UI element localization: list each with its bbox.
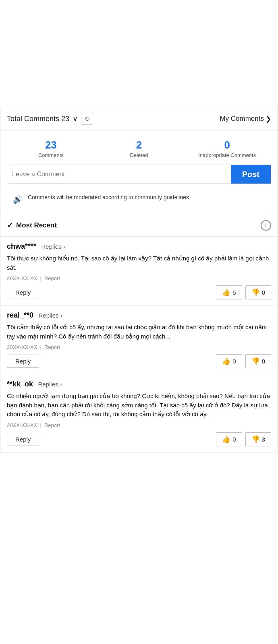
comment-text: Tôi cảm thấy có lỗi với cô ấy, nhưng tại…	[7, 323, 271, 341]
refresh-icon[interactable]: ↻	[81, 113, 93, 125]
like-button[interactable]: 👍 0	[216, 432, 242, 446]
comment-text: Tôi thực sự không hiểu nó. Tại sao cô ấy…	[7, 254, 271, 272]
comment-username: real_**0	[7, 311, 33, 319]
sort-label[interactable]: ✓ Most Recent	[7, 221, 57, 230]
inappropriate-label: Inappropriate Comments	[183, 152, 271, 158]
comment-header: **kk_ok Replies ›	[7, 380, 271, 388]
comment-block: **kk_ok Replies › Có nhiều người lạm dụn…	[0, 374, 278, 452]
chevron-down-icon[interactable]: ∨	[73, 114, 78, 123]
report-link[interactable]: Report	[44, 422, 60, 428]
my-comments-button[interactable]: My Comments ❯	[220, 115, 271, 123]
post-button[interactable]: Post	[231, 165, 271, 184]
comment-meta: 20XX-XX-XX | Report	[7, 275, 271, 281]
info-icon[interactable]: i	[261, 220, 271, 231]
comment-input[interactable]	[7, 165, 231, 184]
dislike-button[interactable]: 👎 0	[245, 354, 271, 368]
top-spacer	[0, 0, 278, 107]
comment-username: chwa****	[7, 242, 36, 250]
comment-actions: Reply 👍 0 👎 3	[7, 432, 271, 452]
thumbs-down-icon: 👎	[251, 288, 260, 297]
like-button[interactable]: 👍 0	[216, 354, 242, 368]
total-comments-text[interactable]: Total Comments 23	[7, 115, 69, 123]
inappropriate-count: 0	[183, 139, 271, 151]
comments-count: 23	[7, 139, 95, 151]
reply-button[interactable]: Reply	[7, 355, 39, 368]
comments-label: Comments	[7, 152, 95, 158]
moderation-notice: 🔊 Comments will be moderated according t…	[7, 189, 271, 209]
report-link[interactable]: Report	[44, 275, 60, 281]
sort-label-text: Most Recent	[16, 221, 57, 229]
vote-group: 👍 0 👎 3	[216, 432, 271, 446]
stats-row: 23 Comments 2 Deleted 0 Inappropriate Co…	[0, 131, 278, 165]
dislike-button[interactable]: 👎 0	[245, 285, 271, 299]
like-count: 0	[232, 436, 236, 443]
moderation-text: Comments will be moderated according to …	[28, 194, 189, 200]
vote-group: 👍 0 👎 0	[216, 354, 271, 368]
dislike-count: 3	[262, 436, 265, 443]
replies-link[interactable]: Replies ›	[41, 243, 65, 250]
stat-inappropriate: 0 Inappropriate Comments	[183, 139, 271, 158]
deleted-label: Deleted	[95, 152, 183, 158]
comment-meta: 20XX-XX-XX | Report	[7, 422, 271, 428]
header-left: Total Comments 23 ∨ ↻	[7, 113, 93, 125]
replies-link[interactable]: Replies ›	[38, 381, 62, 388]
comment-block: chwa**** Replies › Tôi thực sự không hiể…	[0, 236, 278, 305]
stat-comments: 23 Comments	[7, 139, 95, 158]
thumbs-up-icon: 👍	[222, 288, 230, 297]
comment-input-row: Post	[7, 165, 271, 184]
comment-date: 20XX-XX-XX	[7, 275, 37, 281]
comment-text: Có nhiều người lạm dụng bạn gái của họ k…	[7, 392, 271, 419]
speaker-icon: 🔊	[13, 194, 23, 204]
comment-meta: 20XX-XX-XX | Report	[7, 344, 271, 350]
comment-actions: Reply 👍 0 👎 0	[7, 354, 271, 374]
replies-link[interactable]: Replies ›	[39, 312, 62, 319]
comment-actions: Reply 👍 5 👎 0	[7, 285, 271, 305]
comment-header: real_**0 Replies ›	[7, 311, 271, 320]
comment-block: real_**0 Replies › Tôi cảm thấy có lỗi v…	[0, 305, 278, 374]
chevron-right-icon: ❯	[266, 115, 271, 123]
report-link[interactable]: Report	[44, 344, 60, 350]
comments-header: Total Comments 23 ∨ ↻ My Comments ❯	[0, 107, 278, 131]
comment-date: 20XX-XX-XX	[7, 422, 37, 428]
dislike-button[interactable]: 👎 3	[245, 432, 271, 446]
like-button[interactable]: 👍 5	[216, 285, 242, 299]
reply-button[interactable]: Reply	[7, 433, 39, 446]
comments-container: Total Comments 23 ∨ ↻ My Comments ❯ 23 C…	[0, 107, 278, 452]
deleted-count: 2	[95, 139, 183, 151]
thumbs-down-icon: 👎	[251, 357, 260, 365]
vote-group: 👍 5 👎 0	[216, 285, 271, 299]
thumbs-up-icon: 👍	[222, 357, 230, 365]
dislike-count: 0	[262, 289, 265, 296]
checkmark-icon: ✓	[7, 221, 13, 230]
stat-deleted: 2 Deleted	[95, 139, 183, 158]
reply-button[interactable]: Reply	[7, 286, 39, 299]
comment-date: 20XX-XX-XX	[7, 344, 37, 350]
comment-username: **kk_ok	[7, 380, 33, 388]
like-count: 0	[232, 358, 236, 365]
sort-row: ✓ Most Recent i	[0, 216, 278, 236]
like-count: 5	[232, 289, 236, 296]
comment-header: chwa**** Replies ›	[7, 242, 271, 251]
thumbs-up-icon: 👍	[222, 435, 230, 444]
dislike-count: 0	[262, 358, 265, 365]
my-comments-label: My Comments	[220, 115, 264, 123]
thumbs-down-icon: 👎	[251, 435, 260, 444]
